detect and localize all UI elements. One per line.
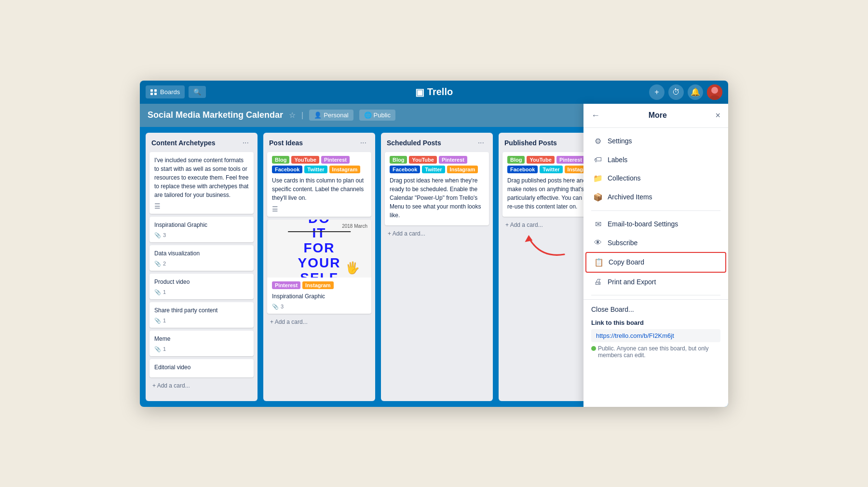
attach-count: 1: [163, 346, 166, 352]
panel-title: More: [600, 111, 715, 120]
public-button[interactable]: 🌐 Public: [359, 110, 395, 121]
tag-pinterest: Pinterest: [321, 156, 350, 164]
panel-back-button[interactable]: ←: [591, 111, 600, 121]
card-tags: Blog YouTube Pinterest Facebook Twitter …: [390, 156, 484, 173]
card-scheduled-instructions[interactable]: Blog YouTube Pinterest Facebook Twitter …: [385, 152, 489, 225]
diy-hand: 🖐: [345, 261, 360, 275]
link-note-text: Public. Anyone can see this board, but o…: [598, 345, 720, 359]
board-title: Social Media Marketing Calendar: [148, 110, 283, 120]
panel-separator-1: [591, 210, 720, 211]
add-card-button-archetypes[interactable]: + Add a card...: [149, 380, 254, 391]
panel-item-labels[interactable]: 🏷 Labels: [585, 151, 726, 169]
close-board-button[interactable]: Close Board...: [591, 306, 634, 313]
card-description[interactable]: I've included some content formats to st…: [149, 152, 254, 214]
eye-icon: 👁: [593, 238, 603, 247]
diy-image: 2018 March DOITFORYOURSELF 🖐: [267, 220, 371, 278]
tag-facebook: Facebook: [390, 166, 420, 173]
card-inspirational-graphic[interactable]: Inspirational Graphic 📎 3: [149, 217, 254, 242]
tag-youtube: YouTube: [409, 156, 436, 164]
trello-logo-text: Trello: [427, 86, 453, 97]
card-text: Drag post ideas here when they're ready …: [390, 176, 484, 220]
tag-twitter: Twitter: [422, 166, 445, 173]
tag-twitter: Twitter: [540, 166, 562, 173]
panel-footer: Close Board... Link to this board https:…: [583, 299, 728, 364]
attach-count: 3: [163, 232, 166, 238]
tag-blog: Blog: [507, 156, 525, 164]
attach-count: 3: [281, 304, 284, 309]
timer-button[interactable]: ⏱: [668, 84, 684, 100]
archived-icon: 📦: [593, 193, 603, 202]
collections-icon: 📁: [593, 174, 603, 183]
card-data-visualization[interactable]: Data visualization 📎 2: [149, 245, 254, 271]
search-bar[interactable]: 🔍: [189, 86, 206, 98]
public-icon: 🌐: [364, 111, 372, 119]
card-text: Use cards in this column to plan out spe…: [272, 176, 366, 202]
attach-count: 1: [163, 318, 166, 323]
card-image: 2018 March DOITFORYOURSELF 🖐: [267, 220, 371, 278]
card-meme[interactable]: Meme 📎 1: [149, 331, 254, 356]
panel-item-label: Labels: [608, 156, 627, 164]
attach-icon: 📎: [154, 289, 161, 295]
svg-point-1: [711, 87, 718, 94]
card-text: Inspirational Graphic: [272, 292, 366, 301]
star-icon[interactable]: ☆: [289, 111, 296, 120]
attach-icon: 📎: [154, 318, 161, 324]
panel-item-settings[interactable]: ⚙ Settings: [585, 132, 726, 151]
add-card-button-post-ideas[interactable]: + Add a card...: [267, 317, 371, 327]
add-card-button-scheduled[interactable]: + Add a card...: [385, 228, 489, 239]
description-icon: ☰: [272, 205, 278, 213]
card-editorial-video[interactable]: Editorial video: [149, 359, 254, 377]
card-meta: ☰: [154, 202, 249, 210]
boards-button[interactable]: Boards: [146, 85, 185, 98]
tag-instagram: Instagram: [447, 166, 478, 173]
panel-item-label: Copy Board: [609, 258, 644, 266]
back-arrow-icon: ←: [591, 111, 600, 121]
settings-icon: ⚙: [593, 137, 603, 146]
close-icon: ×: [715, 111, 720, 120]
column-header-content-archetypes: Content Archetypes ···: [149, 137, 254, 149]
panel-close-button[interactable]: ×: [715, 111, 720, 121]
card-meta: 📎 3: [154, 232, 249, 238]
panel-item-archived[interactable]: 📦 Archived Items: [585, 188, 726, 207]
panel-item-subscribe[interactable]: 👁 Subscribe: [585, 234, 726, 252]
link-url[interactable]: https://trello.com/b/FI2Km6jt: [591, 329, 720, 342]
personal-button[interactable]: 👤 Personal: [309, 110, 353, 121]
column-menu-button[interactable]: ···: [240, 138, 252, 148]
column-title: Post Ideas: [269, 139, 303, 147]
card-product-video[interactable]: Product video 📎 1: [149, 274, 254, 299]
panel-item-label: Email-to-board Settings: [608, 220, 678, 228]
panel-item-print-export[interactable]: 🖨 Print and Export: [585, 273, 726, 291]
column-header-post-ideas: Post Ideas ···: [267, 137, 371, 149]
add-button[interactable]: +: [649, 84, 665, 100]
panel-item-copy-board[interactable]: 📋 Copy Board: [585, 252, 726, 273]
right-panel: ← More × ⚙ Settings 🏷 Labels 📁: [583, 104, 728, 407]
panel-item-email-settings[interactable]: ✉ Email-to-board Settings: [585, 215, 726, 234]
tag-instagram: Instagram: [329, 166, 361, 173]
user-avatar[interactable]: [707, 84, 722, 100]
tag-pinterest: Pinterest: [439, 156, 467, 164]
notifications-button[interactable]: 🔔: [688, 84, 703, 100]
column-menu-button[interactable]: ···: [475, 138, 487, 148]
bell-icon: 🔔: [691, 87, 700, 97]
panel-item-collections[interactable]: 📁 Collections: [585, 169, 726, 188]
panel-header: ← More ×: [583, 104, 728, 128]
tag-pinterest: Pinterest: [556, 156, 585, 164]
card-share-third-party[interactable]: Share third party content 📎 1: [149, 302, 254, 328]
separator: |: [301, 111, 303, 120]
attach-icon: 📎: [154, 232, 161, 238]
panel-menu: ⚙ Settings 🏷 Labels 📁 Collections 📦 Arch…: [583, 128, 728, 407]
card-text: Data visualization: [154, 249, 249, 258]
card-text: I've included some content formats to st…: [154, 156, 249, 199]
card-meta: 📎 1: [154, 346, 249, 352]
card-meta: 📎 1: [154, 318, 249, 324]
column-title: Scheduled Posts: [387, 139, 441, 147]
card-text: Share third party content: [154, 306, 249, 315]
attach-count: 1: [163, 289, 166, 295]
tag-facebook: Facebook: [507, 166, 538, 173]
card-post-instructions[interactable]: Blog YouTube Pinterest Facebook Twitter …: [267, 152, 371, 217]
boards-label: Boards: [160, 88, 180, 96]
link-note: Public. Anyone can see this board, but o…: [591, 345, 720, 359]
card-inspirational-graphic-post[interactable]: 2018 March DOITFORYOURSELF 🖐 Pinterest I…: [267, 220, 371, 314]
column-menu-button[interactable]: ···: [357, 138, 369, 148]
diy-date: 2018 March: [342, 223, 367, 229]
